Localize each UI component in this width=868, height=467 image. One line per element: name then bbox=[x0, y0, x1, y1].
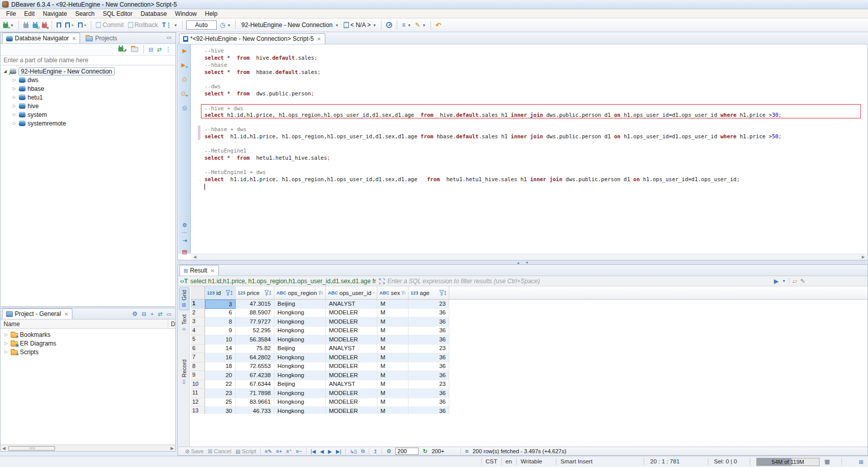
sash-up-icon[interactable]: ▲ bbox=[517, 261, 520, 264]
refresh-icon[interactable]: ↻ bbox=[423, 448, 427, 455]
column-header-id[interactable]: 123id bbox=[205, 286, 236, 299]
table-filter-input[interactable] bbox=[1, 56, 175, 65]
grid-cell[interactable]: 23 bbox=[409, 380, 449, 389]
filter-history-icon[interactable]: ▼ bbox=[782, 279, 786, 283]
column-header-sex[interactable]: ABCsex bbox=[377, 286, 409, 299]
panels-icon[interactable]: ⧉ bbox=[361, 448, 365, 454]
expander-icon[interactable]: ▷ bbox=[4, 341, 9, 346]
row-number[interactable]: 13 bbox=[191, 407, 205, 414]
connection-select[interactable]: 92-HetuEngine - New Connection▼ bbox=[239, 21, 341, 29]
grid-cell[interactable]: Hongkong bbox=[274, 309, 326, 318]
transaction-history-button[interactable]: ◷▼ bbox=[219, 21, 232, 29]
tree-item-systemremote[interactable]: ▷systemremote bbox=[1, 119, 175, 128]
filter-sort-icon[interactable] bbox=[225, 290, 233, 296]
gear-icon[interactable]: ⚙ bbox=[181, 222, 189, 229]
grid-cell[interactable]: 36 bbox=[409, 309, 449, 318]
grid-cell[interactable]: Hongkong bbox=[274, 335, 326, 345]
menu-file[interactable]: File bbox=[2, 10, 20, 18]
fetch-more-label[interactable]: 200+ bbox=[432, 448, 445, 454]
minimize-icon[interactable]: ▭ bbox=[167, 35, 173, 40]
grid-cell[interactable]: M bbox=[377, 407, 409, 414]
editor-line[interactable]: --hbase + dws bbox=[191, 126, 867, 133]
grid-cell[interactable]: 20 bbox=[205, 371, 236, 380]
editor-line[interactable]: --HetuEngine1 + dws bbox=[191, 168, 867, 176]
error-marker-icon[interactable]: ▤ bbox=[181, 249, 189, 255]
grid-cell[interactable]: 22 bbox=[205, 380, 236, 389]
grid-cell[interactable]: 8 bbox=[205, 317, 236, 327]
grid-cell[interactable]: 36 bbox=[409, 389, 449, 398]
tree-item-hive[interactable]: ▷hive bbox=[1, 102, 175, 110]
grid-cell[interactable]: MODELER bbox=[326, 309, 377, 318]
filter-sort-icon[interactable] bbox=[373, 290, 375, 296]
database-select[interactable]: < N/A >▼ bbox=[343, 21, 377, 29]
grid-cell[interactable]: 36 bbox=[409, 353, 449, 362]
execute-script-icon[interactable]: ⎙ bbox=[181, 76, 189, 83]
scroll-thumb[interactable] bbox=[8, 446, 55, 451]
editor-line[interactable]: select * from hbase.default.sales; bbox=[191, 68, 867, 76]
tree-item-dws[interactable]: ▷dws bbox=[1, 76, 175, 84]
grid-cell[interactable]: MODELER bbox=[326, 327, 377, 336]
editor-line[interactable]: select h1.id,h1.price, h1.ops_region,h1.… bbox=[191, 133, 867, 140]
grid-cell[interactable]: 6 bbox=[205, 309, 236, 318]
row-number[interactable]: 8 bbox=[191, 362, 205, 372]
heap-usage-gauge[interactable]: 54M of 119M bbox=[756, 458, 820, 466]
grid-cell[interactable]: 16 bbox=[205, 353, 236, 362]
grid-cell[interactable]: 71.7898 bbox=[236, 389, 274, 398]
grid-cell[interactable]: 36 bbox=[409, 362, 449, 372]
apply-filter-icon[interactable]: ▶ bbox=[774, 278, 779, 285]
editor-line[interactable]: select * from dws.public.person; bbox=[191, 90, 867, 97]
reconnect-button[interactable]: ↻ bbox=[32, 22, 39, 29]
commit-mode-select[interactable]: Auto bbox=[186, 20, 217, 30]
expander-icon[interactable]: ▷ bbox=[12, 112, 17, 117]
editor-line[interactable]: --dws bbox=[191, 83, 867, 90]
grid-corner[interactable] bbox=[191, 286, 205, 299]
grid-cell[interactable]: MODELER bbox=[326, 353, 377, 362]
grid-cell[interactable]: Hongkong bbox=[274, 362, 326, 372]
grid-cell[interactable]: Beijing bbox=[274, 345, 326, 354]
edit-value-icon[interactable]: ≡✎ bbox=[265, 449, 272, 454]
rollback-button[interactable]: Rollback bbox=[127, 21, 159, 29]
scroll-right-icon[interactable]: ▶ bbox=[862, 255, 865, 259]
grid-cell[interactable]: 3 bbox=[205, 300, 236, 309]
grid-cell[interactable]: ANALYST bbox=[326, 300, 377, 309]
expander-icon[interactable]: ▷ bbox=[4, 332, 9, 337]
new-connection-button[interactable]: +▼ bbox=[118, 46, 127, 53]
grid-cell[interactable]: 36 bbox=[409, 371, 449, 380]
menu-navigate[interactable]: Navigate bbox=[39, 10, 71, 18]
tab-result[interactable]: ⊞ Result ✕ bbox=[180, 265, 219, 276]
grid-cell[interactable]: MODELER bbox=[326, 335, 377, 345]
grid-cell[interactable]: 64.2802 bbox=[236, 353, 274, 362]
fetch-size-input[interactable] bbox=[395, 448, 419, 455]
link-with-editor-button[interactable]: ⇄ bbox=[158, 311, 162, 317]
menu-database[interactable]: Database bbox=[137, 10, 171, 18]
script-button[interactable]: ▤Script bbox=[236, 448, 257, 454]
filter-sort-icon[interactable] bbox=[318, 290, 323, 296]
row-number[interactable]: 6 bbox=[191, 345, 205, 354]
editor-line[interactable]: --hbase bbox=[191, 61, 867, 68]
explain-plan-icon[interactable]: ⎙ bbox=[181, 105, 189, 111]
collapse-all-button[interactable]: ⊟ bbox=[142, 311, 146, 317]
row-number[interactable]: 7 bbox=[191, 353, 205, 362]
grid-cell[interactable]: M bbox=[377, 353, 409, 362]
grid-cell[interactable]: 23 bbox=[409, 300, 449, 309]
sql-text[interactable]: --hiveselect * from hive.default.sales;-… bbox=[191, 44, 867, 254]
editor-hscrollbar[interactable]: ◀ ▶ bbox=[191, 254, 867, 259]
editor-line[interactable] bbox=[191, 97, 867, 104]
grid-cell[interactable]: Hongkong bbox=[274, 407, 326, 414]
editor-line[interactable] bbox=[191, 118, 867, 126]
gear-icon[interactable]: ⚙ bbox=[132, 310, 138, 317]
editor-line[interactable] bbox=[191, 76, 867, 83]
minimize-icon[interactable]: ▭ bbox=[167, 311, 171, 317]
garbage-collect-icon[interactable] bbox=[825, 459, 830, 464]
menu-sql-editor[interactable]: SQL Editor bbox=[98, 10, 136, 18]
presentation-record[interactable]: Record ▯ bbox=[179, 357, 189, 386]
link-with-editor-button[interactable]: ⇄ bbox=[157, 46, 162, 53]
grid-cell[interactable]: 23 bbox=[409, 345, 449, 354]
grid-cell[interactable]: 46.733 bbox=[236, 407, 274, 414]
grid-cell[interactable]: M bbox=[377, 380, 409, 389]
previous-row-icon[interactable]: ◀ bbox=[320, 449, 324, 454]
expander-icon[interactable]: ▷ bbox=[12, 86, 17, 91]
grid-cell[interactable]: MODELER bbox=[326, 317, 377, 327]
delete-row-icon[interactable]: ≡− bbox=[296, 449, 302, 454]
grid-cell[interactable]: M bbox=[377, 362, 409, 372]
